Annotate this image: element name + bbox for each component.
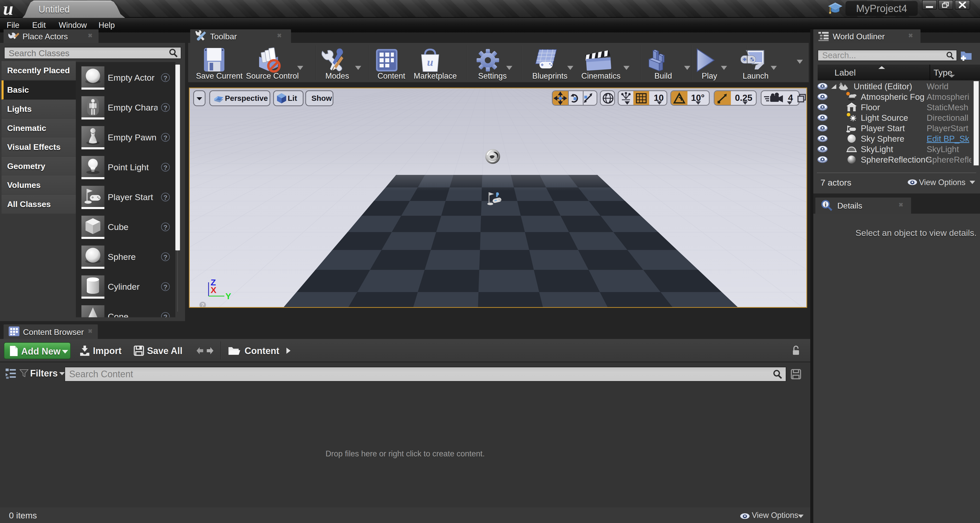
svg-text:i: i: [825, 201, 827, 208]
svg-text:Y: Y: [226, 291, 231, 301]
svg-text:X: X: [211, 285, 216, 295]
svg-text:u: u: [427, 56, 433, 68]
